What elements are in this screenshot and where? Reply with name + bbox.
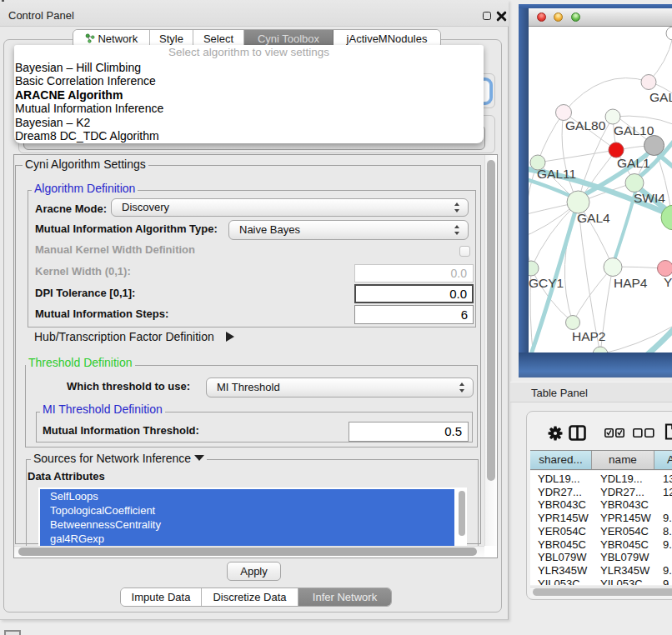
svg-text:Y: Y xyxy=(664,275,672,289)
svg-text:GAL4: GAL4 xyxy=(577,211,610,225)
svg-text:HAP4: HAP4 xyxy=(614,276,648,290)
svg-text:SWI4: SWI4 xyxy=(634,191,665,205)
svg-text:GAL8: GAL8 xyxy=(649,90,672,104)
svg-text:GAL80: GAL80 xyxy=(565,118,606,132)
svg-text:GAL1: GAL1 xyxy=(617,156,650,170)
svg-text:GAL11: GAL11 xyxy=(537,167,576,181)
svg-text:HAP2: HAP2 xyxy=(572,329,606,343)
svg-text:GAL10: GAL10 xyxy=(614,123,654,138)
svg-text:GCY1: GCY1 xyxy=(529,276,564,290)
